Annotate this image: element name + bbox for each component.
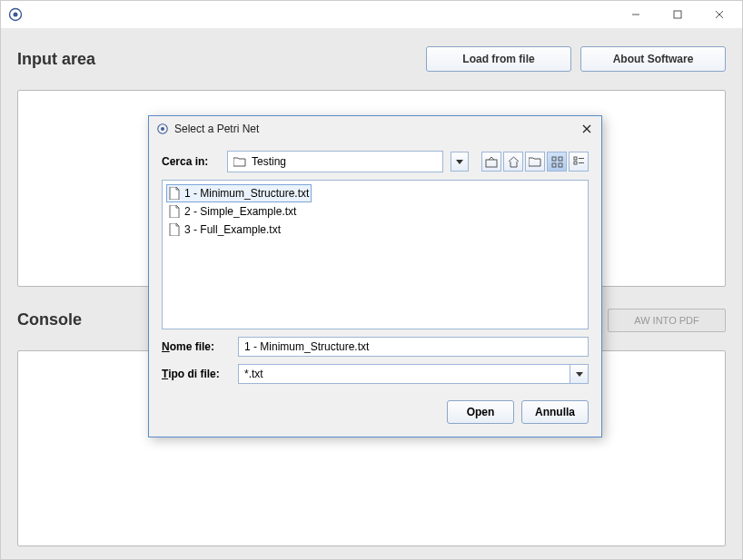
file-icon	[169, 187, 180, 200]
file-dialog: Select a Petri Net Cerca in: Testing	[148, 115, 602, 437]
svg-point-7	[161, 127, 164, 131]
svg-rect-14	[552, 163, 556, 167]
list-view-details-button[interactable]	[569, 152, 589, 172]
svg-rect-11	[486, 160, 497, 167]
list-view-icons-button[interactable]	[547, 152, 567, 172]
filename-label: Nome file:	[162, 340, 229, 353]
file-icon	[169, 223, 180, 236]
file-item-label: 3 - Full_Example.txt	[184, 223, 281, 236]
home-button[interactable]	[503, 152, 523, 172]
file-item[interactable]: 2 - Simple_Example.txt	[166, 202, 299, 221]
open-button[interactable]: Open	[447, 400, 514, 424]
cancel-button[interactable]: Annulla	[521, 400, 589, 424]
svg-rect-12	[552, 157, 556, 161]
filetype-value: *.txt	[239, 368, 570, 380]
folder-open-icon	[233, 156, 246, 167]
look-in-folder-name: Testing	[252, 155, 441, 168]
file-item[interactable]: 1 - Minimum_Structure.txt	[166, 184, 312, 202]
dialog-icon	[156, 123, 169, 135]
file-item-label: 2 - Simple_Example.txt	[184, 205, 296, 218]
svg-rect-18	[574, 162, 577, 164]
file-item-label: 1 - Minimum_Structure.txt	[184, 187, 309, 200]
filetype-select[interactable]: *.txt	[238, 364, 589, 384]
file-icon	[169, 205, 180, 218]
svg-marker-10	[456, 160, 463, 164]
svg-rect-15	[559, 163, 562, 167]
look-in-dropdown-button[interactable]	[451, 152, 469, 172]
svg-rect-13	[559, 157, 562, 161]
svg-marker-20	[576, 372, 583, 377]
look-in-label: Cerca in:	[162, 155, 220, 168]
file-list[interactable]: 1 - Minimum_Structure.txt 2 - Simple_Exa…	[162, 180, 589, 329]
new-folder-button[interactable]	[525, 152, 545, 172]
file-item[interactable]: 3 - Full_Example.txt	[166, 221, 283, 239]
filetype-label: Tipo di file:	[162, 368, 229, 380]
dialog-titlebar: Select a Petri Net	[149, 116, 601, 142]
filename-input[interactable]	[238, 337, 589, 357]
up-one-level-button[interactable]	[481, 152, 501, 172]
look-in-select[interactable]: Testing	[227, 151, 443, 172]
svg-rect-16	[574, 157, 577, 160]
dialog-title: Select a Petri Net	[174, 123, 259, 135]
dialog-close-button[interactable]	[578, 120, 596, 138]
filetype-dropdown-button[interactable]	[570, 365, 588, 383]
